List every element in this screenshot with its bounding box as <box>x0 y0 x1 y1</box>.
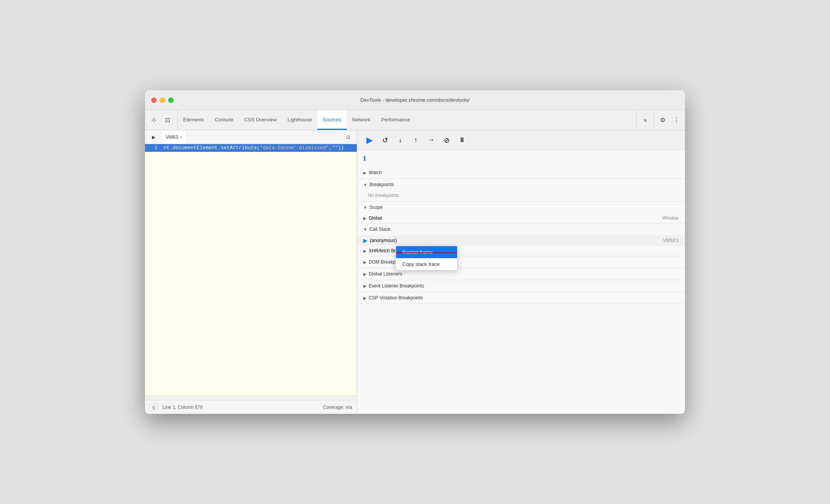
paused-notice: ℹ <box>357 150 685 167</box>
elb-triangle: ▶ <box>363 284 366 288</box>
code-editor[interactable]: 1 nt.documentElement.setAttribute("data-… <box>145 144 357 395</box>
main-tab-bar: ⊹ ⊡ Elements Console CSS Overview Lighth… <box>145 110 685 130</box>
cursor-position: Line 1, Column 676 <box>162 405 202 410</box>
horizontal-scrollbar[interactable] <box>145 395 357 400</box>
tab-performance[interactable]: Performance <box>376 110 415 130</box>
file-tab-vm63[interactable]: VM63 × <box>162 130 187 144</box>
anonymous-location: VM63:1 <box>663 238 679 243</box>
more-tabs-icon[interactable]: » <box>640 115 651 126</box>
tab-sources[interactable]: Sources <box>317 110 347 130</box>
debugger-content: ℹ ▶ Watch ▼ Breakpoints <box>357 150 685 414</box>
step-into-button[interactable]: ↓ <box>394 134 407 146</box>
tab-network[interactable]: Network <box>347 110 376 130</box>
watch-section: ▶ Watch <box>357 167 685 179</box>
breakpoints-section: ▼ Breakpoints No breakpoints <box>357 179 685 202</box>
scope-triangle: ▼ <box>363 205 367 210</box>
debugger-toolbar: ▶ ↺ ↓ ↑ → ⊘ ⏸ <box>357 130 685 150</box>
breakpoints-triangle: ▼ <box>363 183 367 187</box>
call-stack-anonymous[interactable]: ▶ (anonymous) VM63:1 Restart frame Copy … <box>357 235 685 246</box>
watch-header[interactable]: ▶ Watch <box>357 167 685 178</box>
line-number-1: 1 <box>145 144 160 152</box>
watch-triangle: ▶ <box>363 171 366 175</box>
global-label: Global <box>369 215 382 221</box>
gl-label: Global Listeners <box>369 271 402 277</box>
line-content-1: nt.documentElement.setAttribute("data-ba… <box>160 144 344 152</box>
pause-on-exceptions-button[interactable]: ⏸ <box>456 134 468 146</box>
run-snippet-icon[interactable]: ▶ <box>148 132 159 143</box>
close-button[interactable] <box>151 97 157 103</box>
breakpoints-label: Breakpoints <box>369 182 394 187</box>
resume-button[interactable]: ▶ <box>363 134 376 146</box>
device-toolbar-icon[interactable]: ⊡ <box>162 115 173 126</box>
format-button[interactable]: {} <box>150 404 158 411</box>
info-icon: ℹ <box>363 155 366 162</box>
global-scope-row[interactable]: ▶ Global Window <box>357 213 685 223</box>
file-tab-bar: ▶ VM63 × ⊡ <box>145 130 357 144</box>
navigator-icon[interactable]: ⊡ <box>343 132 354 143</box>
anonymous-label: (anonymous) <box>370 238 397 243</box>
main-content: ▶ VM63 × ⊡ 1 nt.documentElement.setAttri… <box>145 130 685 414</box>
tab-elements[interactable]: Elements <box>178 110 209 130</box>
call-stack-triangle: ▼ <box>363 227 367 232</box>
devtools-window: DevTools - developer.chrome.com/docs/dev… <box>145 90 685 414</box>
traffic-lights <box>151 97 174 103</box>
global-value: Window <box>662 215 679 221</box>
xhr-triangle: ▶ <box>363 249 366 253</box>
event-listener-bp-section: ▶ Event Listener Breakpoints <box>357 280 685 292</box>
title-bar: DevTools - developer.chrome.com/docs/dev… <box>145 90 685 110</box>
sources-panel: ▶ VM63 × ⊡ 1 nt.documentElement.setAttri… <box>145 130 357 414</box>
deactivate-breakpoints-button[interactable]: ⊘ <box>440 134 453 146</box>
restart-frame-wrapper: Restart frame <box>396 246 457 258</box>
file-tab-name: VM63 <box>166 134 178 140</box>
tab-bar-right: » ⚙ ⋮ <box>636 110 682 130</box>
tab-list: Elements Console CSS Overview Lighthouse… <box>178 110 636 130</box>
step-over-button[interactable]: ↺ <box>379 134 391 146</box>
file-tab-close[interactable]: × <box>180 135 182 139</box>
status-bar: {} Line 1, Column 676 Coverage: n/a <box>145 400 357 414</box>
global-triangle: ▶ <box>363 216 366 220</box>
csp-bp-header[interactable]: ▶ CSP Violation Breakpoints <box>357 292 685 304</box>
file-tab-end: ⊡ <box>187 130 357 144</box>
minimize-button[interactable] <box>160 97 165 103</box>
csp-triangle: ▶ <box>363 296 366 300</box>
coverage-status: Coverage: n/a <box>323 405 352 410</box>
tab-css-overview[interactable]: CSS Overview <box>239 110 282 130</box>
event-listener-bp-header[interactable]: ▶ Event Listener Breakpoints <box>357 280 685 292</box>
copy-stack-trace-menu-item[interactable]: Copy stack trace <box>396 258 457 270</box>
call-stack-section: ▼ Call Stack ▶ (anonymous) VM63:1 Restar… <box>357 223 685 256</box>
scope-label: Scope <box>369 205 383 210</box>
maximize-button[interactable] <box>168 97 174 103</box>
tab-lighthouse[interactable]: Lighthouse <box>282 110 317 130</box>
debugger-panel: ▶ ↺ ↓ ↑ → ⊘ ⏸ ℹ ▶ Watch <box>357 130 685 414</box>
status-bar-left: {} Line 1, Column 676 <box>150 404 202 411</box>
window-title: DevTools - developer.chrome.com/docs/dev… <box>360 97 469 103</box>
breakpoints-header[interactable]: ▼ Breakpoints <box>357 179 685 190</box>
dom-bp-triangle: ▶ <box>363 260 366 264</box>
step-out-button[interactable]: ↑ <box>410 134 422 146</box>
file-tab-controls: ▶ <box>145 130 162 144</box>
restart-frame-menu-item[interactable]: Restart frame <box>396 246 457 258</box>
code-line-1: 1 nt.documentElement.setAttribute("data-… <box>145 144 357 152</box>
csp-label: CSP Violation Breakpoints <box>369 295 423 301</box>
scope-section: ▼ Scope ▶ Global Window <box>357 202 685 223</box>
more-options-icon[interactable]: ⋮ <box>671 115 682 126</box>
tab-bar-controls: ⊹ ⊡ <box>148 110 178 130</box>
call-stack-header[interactable]: ▼ Call Stack <box>357 223 685 235</box>
watch-label: Watch <box>369 170 382 175</box>
csp-violation-bp-section: ▶ CSP Violation Breakpoints <box>357 292 685 304</box>
cs-arrow-icon: ▶ <box>363 237 368 244</box>
context-menu: Restart frame Copy stack trace <box>396 246 457 270</box>
no-breakpoints-message: No breakpoints <box>357 190 685 201</box>
elb-label: Event Listener Breakpoints <box>369 283 424 289</box>
call-stack-label: Call Stack <box>369 227 390 232</box>
tab-console[interactable]: Console <box>209 110 239 130</box>
gl-triangle: ▶ <box>363 272 366 276</box>
scope-header[interactable]: ▼ Scope <box>357 202 685 213</box>
step-button[interactable]: → <box>425 134 437 146</box>
settings-icon[interactable]: ⚙ <box>657 115 668 126</box>
cursor-icon[interactable]: ⊹ <box>148 115 159 126</box>
